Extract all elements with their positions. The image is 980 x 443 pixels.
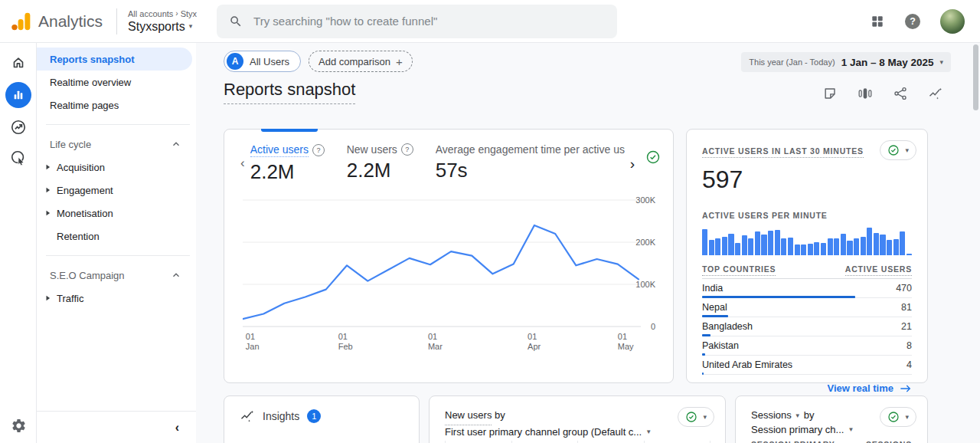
sidebar-item-retention[interactable]: Retention	[37, 225, 196, 248]
comparison-icon[interactable]	[858, 86, 873, 101]
quality-check-icon	[887, 411, 900, 423]
metrics-next-icon[interactable]: ›	[625, 143, 640, 172]
new-users-dimension-dropdown[interactable]: First user primary channel group (Defaul…	[445, 425, 710, 440]
header-divider	[116, 8, 117, 34]
realtime-active-users-value: 597	[702, 166, 912, 194]
svg-text:Feb: Feb	[338, 342, 353, 351]
info-question-icon[interactable]: ?	[312, 144, 325, 156]
google-apps-grid-icon[interactable]	[870, 14, 885, 29]
per-minute-bar	[788, 238, 793, 255]
insights-sparkline-icon[interactable]	[928, 86, 943, 101]
caret-down-icon: ▾	[905, 146, 909, 154]
active-users-line-chart[interactable]: 300K200K100K001Jan01Feb01Mar01Apr01May	[243, 194, 656, 366]
metric-average-engagement-time-per-active-us[interactable]: Average engagement time per active us 57…	[436, 143, 625, 184]
sidebar-item-traffic[interactable]: Traffic	[37, 287, 196, 310]
sessions-metric-dropdown[interactable]: Sessions	[751, 409, 792, 423]
overview-metrics-card: ‹ Active users? 2.2M New users? 2.2M Ave…	[224, 129, 674, 383]
search-bar[interactable]	[217, 5, 617, 38]
realtime-quality-dropdown[interactable]: ▾	[880, 140, 916, 160]
page-title: Reports snapshot	[224, 80, 355, 104]
arrow-right-icon	[900, 383, 912, 394]
per-minute-bar	[906, 254, 912, 255]
info-question-icon[interactable]: ?	[401, 143, 413, 156]
per-minute-bar	[748, 238, 753, 255]
per-minute-bar	[814, 242, 819, 255]
advertising-icon[interactable]	[0, 143, 37, 173]
caret-down-icon: ▼	[795, 412, 801, 421]
sidebar-nav: Reports snapshotRealtime overviewRealtim…	[37, 48, 196, 310]
reports-icon[interactable]	[0, 78, 37, 112]
home-icon[interactable]	[0, 48, 37, 78]
per-minute-bar	[735, 243, 740, 255]
report-sidebar: Reports snapshotRealtime overviewRealtim…	[37, 43, 196, 443]
date-range-picker[interactable]: This year (Jan - Today) 1 Jan – 8 May 20…	[741, 52, 951, 72]
view-real-time-link[interactable]: View real time	[702, 382, 912, 394]
country-row-nepal[interactable]: Nepal 81	[702, 298, 912, 317]
metric-new-users[interactable]: New users? 2.2M	[347, 143, 436, 184]
customize-report-icon[interactable]	[822, 86, 838, 101]
country-bar	[702, 372, 704, 375]
insights-title: Insights	[263, 410, 299, 422]
google-analytics-logo-icon[interactable]	[11, 11, 31, 31]
sidebar-item-realtime-overview[interactable]: Realtime overview	[37, 71, 196, 94]
sidebar-item-reports-snapshot[interactable]: Reports snapshot	[37, 48, 192, 71]
country-row-pakistan[interactable]: Pakistan 8	[702, 336, 912, 356]
per-minute-bar	[755, 231, 760, 255]
svg-text:Jan: Jan	[246, 342, 260, 351]
per-minute-label: ACTIVE USERS PER MINUTE	[702, 211, 828, 220]
page-title-row: Reports snapshot	[224, 80, 943, 104]
sidebar-item-acquisition[interactable]: Acquisition	[37, 156, 196, 179]
metrics-prev-icon[interactable]: ‹	[235, 143, 250, 171]
country-row-bangladesh[interactable]: Bangladesh 21	[702, 317, 912, 336]
svg-text:01: 01	[338, 332, 348, 341]
account-switcher[interactable]: All accounts › Styx Styxsports ▾	[128, 9, 197, 34]
chevron-right-icon: ›	[175, 9, 178, 18]
per-minute-bar	[801, 244, 806, 255]
caret-down-icon: ▾	[189, 23, 193, 31]
new-users-metric[interactable]: New users	[445, 409, 492, 425]
date-preset-label: This year (Jan - Today)	[749, 57, 835, 67]
per-minute-bar	[702, 229, 707, 255]
insights-card[interactable]: Insights 1	[224, 395, 420, 443]
sidebar-item-monetisation[interactable]: Monetisation	[37, 202, 196, 225]
country-row-united-arab-emirates[interactable]: United Arab Emirates 4	[702, 356, 912, 375]
search-icon	[229, 15, 243, 28]
all-users-chip[interactable]: A All Users	[224, 51, 301, 72]
sidebar-section-s-e-o-campaign[interactable]: S.E.O Campaign	[37, 264, 196, 287]
expand-triangle-icon	[45, 164, 51, 170]
add-comparison-button[interactable]: Add comparison +	[309, 51, 413, 72]
caret-down-icon: ▾	[703, 413, 707, 421]
sidebar-item-engagement[interactable]: Engagement	[37, 179, 196, 202]
sidebar-footer: ‹	[37, 411, 196, 443]
per-minute-bar	[880, 235, 885, 255]
per-minute-bar	[808, 244, 813, 255]
top-header: Analytics All accounts › Styx Styxsports…	[0, 0, 980, 43]
brand: Analytics	[0, 11, 103, 31]
settings-gear-icon[interactable]	[0, 418, 37, 434]
new-users-quality-dropdown[interactable]: ▾	[678, 407, 714, 427]
sidebar-divider	[46, 124, 190, 125]
sessions-quality-dropdown[interactable]: ▾	[880, 407, 916, 427]
sidebar-section-life-cycle[interactable]: Life cycle	[37, 133, 196, 156]
share-icon[interactable]	[893, 86, 908, 101]
help-icon[interactable]: ?	[903, 12, 922, 31]
data-quality-check-icon[interactable]	[645, 149, 661, 165]
breadcrumb: All accounts › Styx	[128, 9, 197, 18]
main-content: A All Users Add comparison + This year (…	[196, 43, 980, 443]
top-countries-table: India 470 Nepal 81 Bangladesh 21 Pakista…	[702, 279, 912, 375]
collapse-sidebar-icon[interactable]: ‹	[175, 421, 179, 435]
sidebar-item-realtime-pages[interactable]: Realtime pages	[37, 94, 196, 116]
svg-text:01: 01	[618, 332, 627, 341]
user-avatar[interactable]	[940, 9, 965, 34]
metric-active-users[interactable]: Active users? 2.2M	[250, 143, 347, 184]
country-row-india[interactable]: India 470	[702, 279, 912, 298]
per-minute-bar	[861, 237, 866, 255]
svg-text:Apr: Apr	[528, 342, 541, 351]
search-input[interactable]	[252, 14, 605, 28]
explore-icon[interactable]	[0, 112, 37, 143]
active-users-per-minute-bar-chart[interactable]	[702, 228, 912, 255]
per-minute-bar	[828, 238, 833, 255]
per-minute-bar	[742, 235, 747, 255]
scrollbar-thumb[interactable]	[973, 44, 978, 110]
per-minute-bar	[893, 239, 899, 255]
